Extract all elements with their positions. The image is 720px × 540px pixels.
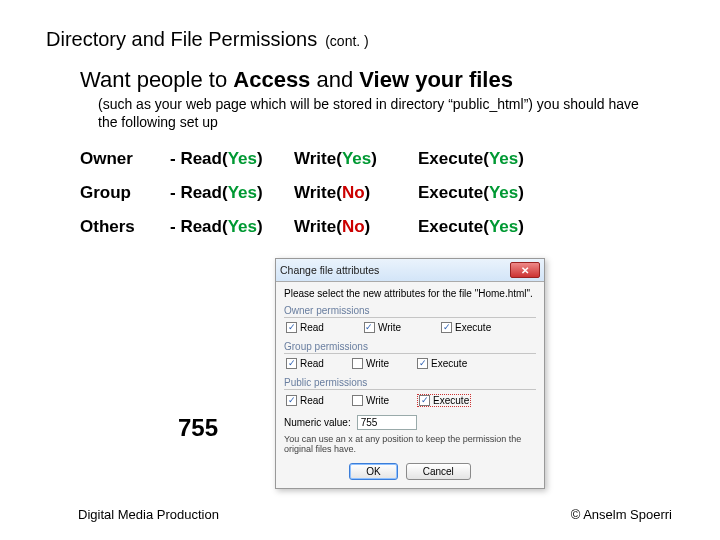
ok-button[interactable]: OK [349,463,397,480]
perm-row-owner: Owner - Read(Yes) Write(Yes) Execute(Yes… [80,149,674,169]
intro-paragraph: (such as your web page which will be sto… [98,95,658,131]
perm-exec: Execute(Yes) [418,217,568,237]
slide-heading: Want people to Access and View your file… [80,67,674,93]
checkbox-public-write[interactable]: Write [352,394,389,407]
heading-view-files: View your files [359,67,513,92]
page-title-cont: (cont. ) [325,33,369,49]
perm-row-group: Group - Read(Yes) Write(No) Execute(Yes) [80,183,674,203]
file-attributes-dialog: Change file attributes ✕ Please select t… [275,258,545,489]
page-title: Directory and File Permissions [46,28,317,51]
heading-part-3: and [310,67,359,92]
dialog-body: Please select the new attributes for the… [276,282,544,488]
perm-row-others: Others - Read(Yes) Write(No) Execute(Yes… [80,217,674,237]
footer-left: Digital Media Production [78,507,219,522]
numeric-label: Numeric value: [284,417,351,428]
perm-write: Write(No) [294,217,418,237]
dialog-instruction: Please select the new attributes for the… [284,288,536,299]
footer: Digital Media Production © Anselm Spoerr… [0,507,720,522]
perm-write: Write(Yes) [294,149,418,169]
checkbox-owner-read[interactable]: ✓Read [286,322,324,333]
heading-access: Access [233,67,310,92]
checkbox-owner-execute[interactable]: ✓Execute [441,322,491,333]
group-public-label: Public permissions [284,377,536,390]
group-group-label: Group permissions [284,341,536,354]
heading-part-1: Want people to [80,67,233,92]
footer-right: © Anselm Spoerri [571,507,672,522]
perm-read: - Read(Yes) [170,217,294,237]
perm-role: Owner [80,149,170,169]
perm-read: - Read(Yes) [170,183,294,203]
checkbox-group-write[interactable]: Write [352,358,389,369]
checkbox-public-execute[interactable]: ✓Execute [417,394,471,407]
perm-write: Write(No) [294,183,418,203]
checkbox-group-execute[interactable]: ✓Execute [417,358,467,369]
dialog-titlebar: Change file attributes ✕ [276,259,544,282]
perm-role: Others [80,217,170,237]
perm-role: Group [80,183,170,203]
perm-exec: Execute(Yes) [418,149,568,169]
dialog-button-row: OK Cancel [284,463,536,480]
permissions-list: Owner - Read(Yes) Write(Yes) Execute(Yes… [80,149,674,237]
owner-check-row: ✓Read ✓Write ✓Execute [284,321,536,335]
group-check-row: ✓Read Write ✓Execute [284,357,536,371]
perm-exec: Execute(Yes) [418,183,568,203]
checkbox-owner-write[interactable]: ✓Write [364,322,401,333]
checkbox-public-read[interactable]: ✓Read [286,394,324,407]
public-check-row: ✓Read Write ✓Execute [284,393,536,409]
permission-code-755: 755 [178,414,218,442]
close-icon[interactable]: ✕ [510,262,540,278]
dialog-title-text: Change file attributes [280,264,379,276]
numeric-value-row: Numeric value: 755 [284,415,536,430]
numeric-input[interactable]: 755 [357,415,417,430]
group-owner-label: Owner permissions [284,305,536,318]
perm-read: - Read(Yes) [170,149,294,169]
numeric-help-text: You can use an x at any position to keep… [284,434,536,455]
checkbox-group-read[interactable]: ✓Read [286,358,324,369]
cancel-button[interactable]: Cancel [406,463,471,480]
